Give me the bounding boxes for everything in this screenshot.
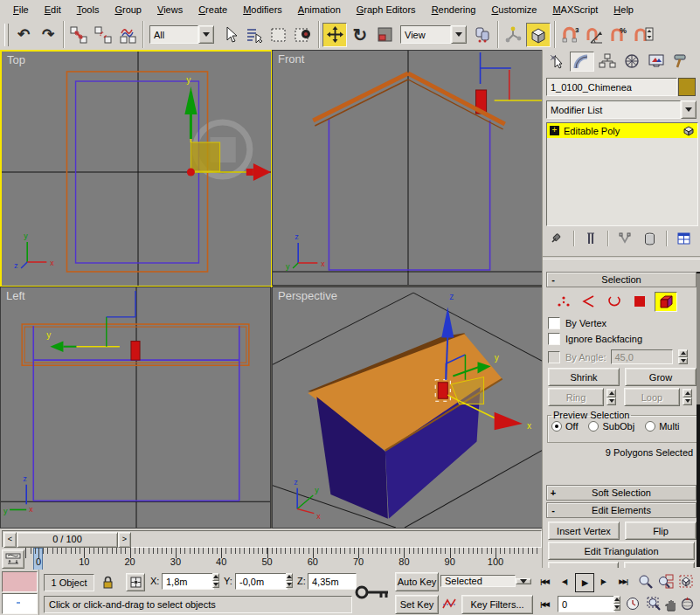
absolute-offset-mode-toggle[interactable] — [126, 573, 145, 591]
viewport-front[interactable]: z x y Front — [272, 50, 543, 286]
current-frame-field[interactable]: 0 — [558, 596, 615, 612]
element-subobject-button[interactable] — [655, 292, 677, 312]
selection-rollout-header[interactable]: - Selection — [546, 272, 697, 287]
select-object-button[interactable] — [218, 24, 241, 46]
zoom-all-button[interactable] — [656, 572, 675, 591]
bind-to-space-warp-button[interactable] — [116, 24, 139, 46]
house-model[interactable] — [308, 333, 502, 518]
grow-button[interactable]: Grow — [625, 368, 697, 386]
select-and-move-button[interactable] — [322, 23, 347, 47]
loop-spinner[interactable] — [683, 389, 692, 405]
ignore-backfacing-checkbox[interactable] — [548, 333, 560, 345]
coord-y-field[interactable]: -0,0m — [235, 573, 288, 590]
select-and-manipulate-button[interactable] — [502, 24, 524, 46]
selection-filter-dropdown[interactable]: All — [149, 25, 214, 44]
menu-item-views[interactable]: Views — [149, 2, 191, 17]
select-and-scale-button[interactable] — [373, 24, 396, 46]
menu-item-rendering[interactable]: Rendering — [424, 2, 484, 17]
snap-toggle-3d-button[interactable]: 3 — [558, 24, 581, 46]
go-to-start-button[interactable]: |◀◀ — [535, 573, 554, 591]
by-vertex-checkbox[interactable] — [548, 317, 560, 329]
reference-coordinate-system-dropdown[interactable]: View — [400, 25, 467, 44]
key-filters-button[interactable]: Key Filters... — [461, 595, 533, 614]
expand-icon[interactable]: + — [547, 487, 559, 498]
menu-item-maxscript[interactable]: MAXScript — [544, 2, 606, 17]
cutoff-button[interactable] — [548, 562, 619, 568]
expand-icon[interactable]: + — [550, 126, 559, 135]
pin-stack-button[interactable] — [546, 230, 567, 247]
selection-lock-toggle[interactable] — [100, 574, 115, 590]
collapse-icon[interactable]: - — [547, 505, 559, 515]
modifier-stack-list[interactable]: + Editable Poly — [546, 122, 698, 226]
flip-button[interactable]: Flip — [625, 522, 697, 540]
previous-frame-button[interactable]: ◀| — [556, 573, 573, 591]
pan-view-button[interactable] — [662, 595, 680, 613]
scrollbar-thumb[interactable] — [697, 273, 700, 404]
time-slider-prev-button[interactable]: < — [3, 532, 17, 548]
ring-button[interactable]: Ring — [548, 388, 604, 406]
menu-item-animation[interactable]: Animation — [290, 2, 349, 17]
selected-filter-dropdown[interactable]: Selected — [440, 572, 531, 590]
move-gizmo-x-arrow[interactable] — [495, 412, 523, 431]
menu-item-edit[interactable]: Edit — [37, 2, 69, 17]
set-key-button[interactable]: Set Key — [395, 595, 439, 614]
menu-item-graph-editors[interactable]: Graph Editors — [349, 2, 424, 17]
move-gizmo-y-arrow[interactable] — [184, 86, 197, 114]
ring-spinner[interactable] — [606, 389, 616, 405]
key-mode-toggle-button[interactable]: |◀◀ — [535, 596, 554, 613]
select-and-rotate-button[interactable]: ↻ — [349, 24, 371, 46]
undo-button[interactable]: ↶ — [12, 24, 35, 46]
insert-vertex-button[interactable]: Insert Vertex — [548, 522, 620, 540]
time-configuration-button[interactable] — [624, 595, 641, 612]
zoom-button[interactable] — [636, 572, 655, 591]
select-by-name-button[interactable] — [243, 24, 266, 46]
go-to-end-button[interactable]: ▶▶| — [613, 573, 633, 591]
preview-subobj-radio[interactable] — [588, 421, 599, 432]
dropdown-arrow-icon[interactable] — [516, 578, 531, 584]
zoom-region-button[interactable] — [645, 595, 663, 613]
configure-modifier-sets-button[interactable] — [673, 230, 694, 247]
next-frame-button[interactable]: |▶ — [594, 573, 612, 591]
redo-button[interactable]: ↷ — [37, 24, 59, 46]
time-slider-track[interactable]: < 0 / 100 > — [2, 530, 542, 548]
collapse-icon[interactable]: - — [547, 274, 559, 285]
coord-y-spinner[interactable] — [284, 573, 294, 588]
track-bar-ruler[interactable]: 0102030405060708090100 — [24, 548, 540, 570]
modifier-list-dropdown[interactable]: Modifier List — [546, 100, 697, 119]
polygon-subobject-button[interactable] — [629, 292, 650, 310]
default-tangents-button[interactable] — [440, 595, 458, 612]
percent-snap-toggle-button[interactable]: % — [607, 24, 630, 46]
coord-x-field[interactable]: 1,8m — [162, 573, 214, 590]
coord-x-spinner[interactable] — [211, 573, 220, 588]
dropdown-arrow-icon[interactable] — [451, 25, 467, 44]
remove-modifier-button[interactable] — [639, 230, 660, 247]
move-gizmo-x-arrow[interactable] — [253, 163, 271, 181]
tab-create[interactable] — [545, 52, 568, 70]
by-angle-spinner[interactable] — [678, 349, 688, 364]
preview-multi-radio[interactable] — [645, 421, 655, 432]
frame-spinner[interactable] — [612, 596, 621, 611]
listener-pane[interactable] — [2, 593, 38, 614]
menu-item-modifiers[interactable]: Modifiers — [235, 2, 290, 17]
rectangular-selection-region-button[interactable] — [267, 24, 290, 46]
edit-triangulation-button[interactable]: Edit Triangulation — [548, 542, 695, 560]
auto-key-button[interactable]: Auto Key — [395, 572, 439, 591]
spinner-snap-toggle-button[interactable] — [632, 24, 655, 46]
unlink-selection-button[interactable] — [92, 24, 114, 46]
window-crossing-button[interactable] — [292, 24, 315, 46]
select-and-link-button[interactable] — [67, 24, 90, 46]
cutoff-button[interactable] — [624, 562, 695, 568]
by-angle-checkbox[interactable] — [548, 351, 560, 363]
angle-snap-toggle-button[interactable] — [583, 24, 606, 46]
viewport-perspective[interactable]: z y x z y x Perspective — [272, 287, 543, 529]
command-panel-scrollbar[interactable] — [697, 272, 700, 567]
tab-modify[interactable] — [570, 52, 594, 72]
soft-selection-rollout-header[interactable]: + Soft Selection — [546, 485, 697, 501]
tab-motion[interactable] — [620, 52, 643, 70]
edit-elements-rollout-header[interactable]: - Edit Elements — [546, 502, 697, 518]
tab-hierarchy[interactable] — [596, 52, 619, 70]
menu-item-customize[interactable]: Customize — [483, 2, 544, 17]
zoom-extents-button[interactable] — [676, 572, 695, 591]
menu-item-help[interactable]: Help — [606, 2, 641, 17]
make-unique-button[interactable] — [614, 230, 635, 247]
